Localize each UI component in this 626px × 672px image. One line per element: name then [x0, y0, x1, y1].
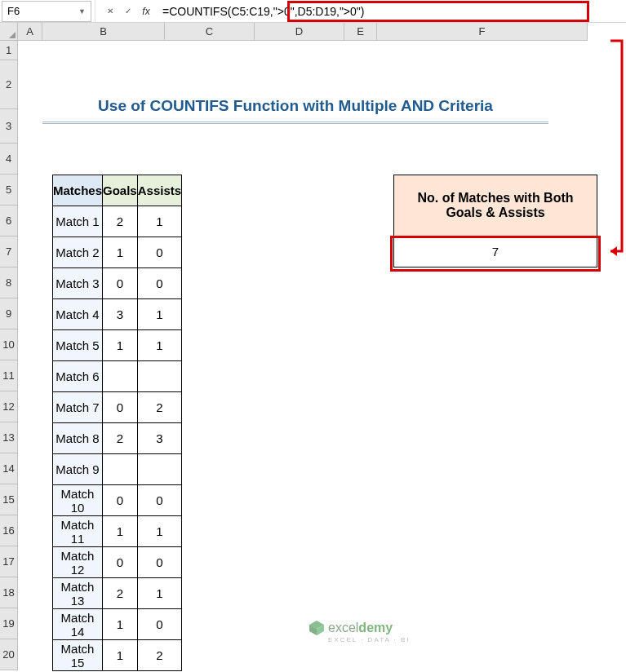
- cell-assists[interactable]: 1: [137, 206, 181, 237]
- row-header-8[interactable]: 8: [0, 267, 18, 298]
- name-box-dropdown-icon[interactable]: ▼: [47, 7, 86, 15]
- cell-goals[interactable]: 1: [103, 330, 138, 361]
- cell-match-name[interactable]: Match 2: [53, 237, 103, 268]
- row-header-1[interactable]: 1: [0, 41, 18, 60]
- watermark-brand: exceldemy: [328, 621, 393, 635]
- row-header-13[interactable]: 13: [0, 422, 18, 453]
- row-header-10[interactable]: 10: [0, 329, 18, 360]
- cell-assists[interactable]: [137, 454, 181, 485]
- row-header-2[interactable]: 2: [0, 60, 18, 109]
- page-title-text: Use of COUNTIFS Function with Multiple A…: [98, 97, 493, 115]
- divider: [95, 0, 95, 22]
- cell-assists[interactable]: 2: [137, 392, 181, 423]
- cell-goals[interactable]: 3: [103, 299, 138, 330]
- cell-goals[interactable]: 0: [103, 547, 138, 578]
- cell-match-name[interactable]: Match 14: [53, 609, 103, 640]
- cell-goals[interactable]: 2: [103, 578, 138, 609]
- cell-assists[interactable]: [137, 361, 181, 392]
- cell-match-name[interactable]: Match 12: [53, 547, 103, 578]
- cell-goals[interactable]: 1: [103, 640, 138, 671]
- select-all-corner[interactable]: [0, 23, 18, 41]
- row-header-12[interactable]: 12: [0, 391, 18, 422]
- cell-goals[interactable]: 2: [103, 206, 138, 237]
- column-header-C[interactable]: C: [165, 23, 255, 41]
- table-row: Match 6: [53, 361, 182, 392]
- fx-icon[interactable]: fx: [140, 5, 153, 18]
- cancel-icon[interactable]: ✕: [104, 5, 117, 18]
- formula-input[interactable]: =COUNTIFS(C5:C19,">0",D5:D19,">0"): [158, 1, 626, 22]
- cell-goals[interactable]: 1: [103, 516, 138, 547]
- table-row: Match 431: [53, 299, 182, 330]
- cell-match-name[interactable]: Match 5: [53, 330, 103, 361]
- table-row: Match 1000: [53, 485, 182, 516]
- column-header-A[interactable]: A: [18, 23, 42, 41]
- cell-match-name[interactable]: Match 11: [53, 516, 103, 547]
- cell-goals[interactable]: 1: [103, 237, 138, 268]
- table-row: Match 702: [53, 392, 182, 423]
- row-header-9[interactable]: 9: [0, 298, 18, 329]
- row-headers: 1234567891011121314151617181920: [0, 41, 18, 670]
- cell-match-name[interactable]: Match 3: [53, 268, 103, 299]
- cell-assists[interactable]: 0: [137, 547, 181, 578]
- cell-assists[interactable]: 2: [137, 640, 181, 671]
- name-box-value: F6: [7, 5, 47, 17]
- cell-assists[interactable]: 1: [137, 330, 181, 361]
- cell-match-name[interactable]: Match 8: [53, 423, 103, 454]
- cell-assists[interactable]: 3: [137, 423, 181, 454]
- cell-match-name[interactable]: Match 6: [53, 361, 103, 392]
- cell-match-name[interactable]: Match 10: [53, 485, 103, 516]
- row-header-3[interactable]: 3: [0, 109, 18, 144]
- result-value-text: 7: [492, 245, 499, 259]
- column-header-D[interactable]: D: [255, 23, 344, 41]
- row-header-20[interactable]: 20: [0, 639, 18, 670]
- header-assists: Assists: [137, 175, 181, 206]
- enter-icon[interactable]: ✓: [122, 5, 135, 18]
- cell-goals[interactable]: 0: [103, 268, 138, 299]
- cell-match-name[interactable]: Match 7: [53, 392, 103, 423]
- row-header-18[interactable]: 18: [0, 577, 18, 608]
- column-header-B[interactable]: B: [42, 23, 165, 41]
- cell-match-name[interactable]: Match 13: [53, 578, 103, 609]
- cell-match-name[interactable]: Match 1: [53, 206, 103, 237]
- page-title: Use of COUNTIFS Function with Multiple A…: [42, 90, 548, 124]
- cell-assists[interactable]: 0: [137, 268, 181, 299]
- cell-goals[interactable]: 1: [103, 609, 138, 640]
- row-header-17[interactable]: 17: [0, 546, 18, 577]
- formula-bar-buttons: ✕ ✓ fx: [99, 5, 158, 18]
- table-row: Match 1111: [53, 516, 182, 547]
- cell-match-name[interactable]: Match 9: [53, 454, 103, 485]
- row-header-4[interactable]: 4: [0, 144, 18, 175]
- row-header-16[interactable]: 16: [0, 515, 18, 546]
- row-header-11[interactable]: 11: [0, 360, 18, 391]
- row-header-5[interactable]: 5: [0, 175, 18, 206]
- cell-assists[interactable]: 0: [137, 485, 181, 516]
- row-header-19[interactable]: 19: [0, 608, 18, 639]
- name-box[interactable]: F6 ▼: [2, 1, 91, 22]
- row-header-15[interactable]: 15: [0, 484, 18, 515]
- column-header-F[interactable]: F: [377, 23, 588, 41]
- row-header-14[interactable]: 14: [0, 453, 18, 484]
- formula-bar: F6 ▼ ✕ ✓ fx =COUNTIFS(C5:C19,">0",D5:D19…: [0, 0, 626, 23]
- row-header-6[interactable]: 6: [0, 206, 18, 237]
- row-header-7[interactable]: 7: [0, 237, 18, 267]
- cell-assists[interactable]: 1: [137, 578, 181, 609]
- cell-assists[interactable]: 1: [137, 299, 181, 330]
- table-row: Match 9: [53, 454, 182, 485]
- watermark: exceldemy EXCEL · DATA · BI: [309, 620, 411, 643]
- cell-match-name[interactable]: Match 15: [53, 640, 103, 671]
- table-row: Match 1321: [53, 578, 182, 609]
- table-row: Match 823: [53, 423, 182, 454]
- formula-text: =COUNTIFS(C5:C19,">0",D5:D19,">0"): [162, 5, 364, 18]
- cell-goals[interactable]: [103, 361, 138, 392]
- cell-goals[interactable]: 0: [103, 392, 138, 423]
- table-row: Match 210: [53, 237, 182, 268]
- cell-match-name[interactable]: Match 4: [53, 299, 103, 330]
- cell-goals[interactable]: 0: [103, 485, 138, 516]
- cell-assists[interactable]: 0: [137, 609, 181, 640]
- cell-assists[interactable]: 1: [137, 516, 181, 547]
- cell-goals[interactable]: 2: [103, 423, 138, 454]
- result-value-cell[interactable]: 7: [393, 237, 597, 267]
- cell-goals[interactable]: [103, 454, 138, 485]
- column-header-E[interactable]: E: [344, 23, 377, 41]
- cell-assists[interactable]: 0: [137, 237, 181, 268]
